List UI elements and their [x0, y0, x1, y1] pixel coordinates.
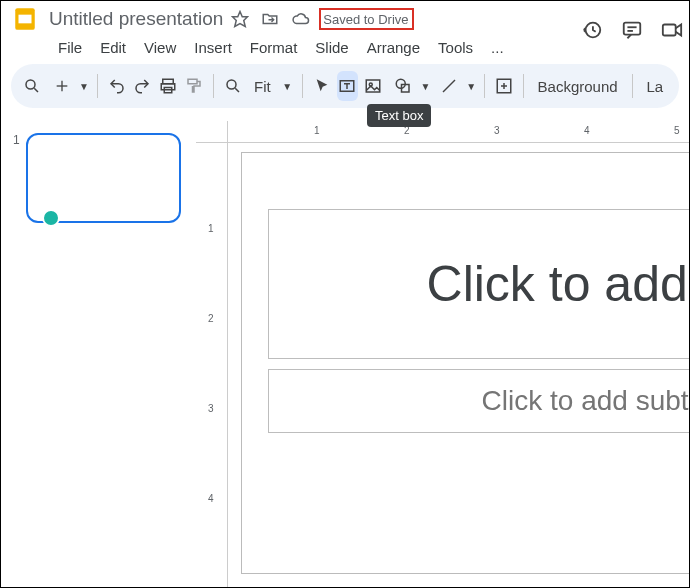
- menu-edit[interactable]: Edit: [93, 37, 133, 58]
- slide-canvas[interactable]: Click to add title Click to add subtitle: [228, 143, 689, 587]
- zoom-dropdown-icon[interactable]: ▼: [281, 71, 294, 101]
- toolbar-separator: [213, 74, 214, 98]
- shape-tool-button[interactable]: ▼: [388, 71, 430, 101]
- subtitle-placeholder[interactable]: Click to add subtitle: [268, 369, 689, 433]
- svg-marker-2: [233, 12, 248, 27]
- svg-rect-1: [19, 15, 32, 24]
- svg-rect-21: [367, 80, 381, 92]
- slide-thumbnail[interactable]: [26, 133, 181, 223]
- svg-rect-15: [188, 79, 197, 84]
- slide[interactable]: Click to add title Click to add subtitle: [242, 153, 689, 573]
- textbox-tooltip: Text box: [367, 104, 431, 127]
- svg-rect-4: [624, 23, 641, 35]
- document-title[interactable]: Untitled presentation: [49, 8, 223, 30]
- menu-slide[interactable]: Slide: [308, 37, 355, 58]
- menu-insert[interactable]: Insert: [187, 37, 239, 58]
- title-placeholder-text: Click to add title: [427, 255, 689, 313]
- svg-rect-7: [663, 25, 676, 36]
- svg-line-25: [443, 80, 455, 92]
- header-right-tools: [581, 19, 683, 41]
- new-slide-button[interactable]: ▼: [47, 71, 89, 101]
- slide-number: 1: [13, 133, 20, 223]
- redo-button[interactable]: [132, 71, 154, 101]
- print-button[interactable]: [157, 71, 179, 101]
- paint-format-button[interactable]: [183, 71, 205, 101]
- svg-line-9: [34, 88, 38, 92]
- slide-panel[interactable]: 1: [1, 121, 196, 587]
- menu-format[interactable]: Format: [243, 37, 305, 58]
- svg-line-17: [235, 88, 239, 92]
- zoom-level[interactable]: Fit: [248, 78, 277, 95]
- menu-more[interactable]: ...: [484, 37, 511, 58]
- toolbar-separator: [632, 74, 633, 98]
- search-menus-icon[interactable]: [21, 71, 43, 101]
- meet-icon[interactable]: [661, 19, 683, 41]
- title-placeholder[interactable]: Click to add title: [268, 209, 689, 359]
- insert-image-button[interactable]: [362, 71, 384, 101]
- version-history-icon[interactable]: [581, 19, 603, 41]
- slide-thumb-1[interactable]: 1: [13, 133, 190, 223]
- toolbar-separator: [484, 74, 485, 98]
- svg-point-8: [26, 80, 35, 89]
- cloud-status-icon[interactable]: [291, 10, 313, 28]
- toolbar: ▼ Fit ▼ ▼ ▼ Background La: [11, 64, 679, 108]
- menu-file[interactable]: File: [51, 37, 89, 58]
- menu-arrange[interactable]: Arrange: [360, 37, 427, 58]
- presence-indicator: [42, 209, 60, 227]
- textbox-tool-button[interactable]: [337, 71, 359, 101]
- slides-app-icon[interactable]: [9, 3, 41, 35]
- toolbar-separator: [97, 74, 98, 98]
- toolbar-separator: [523, 74, 524, 98]
- line-tool-button[interactable]: ▼: [434, 71, 476, 101]
- toolbar-separator: [302, 74, 303, 98]
- annotation-highlight: [319, 8, 414, 30]
- background-button[interactable]: Background: [532, 78, 624, 95]
- comment-icon[interactable]: [621, 19, 643, 41]
- undo-button[interactable]: [106, 71, 128, 101]
- star-icon[interactable]: [231, 10, 253, 28]
- select-tool-button[interactable]: [311, 71, 333, 101]
- layout-button[interactable]: La: [640, 78, 669, 95]
- insert-comment-button[interactable]: [493, 71, 515, 101]
- zoom-tool-icon[interactable]: [222, 71, 244, 101]
- move-folder-icon[interactable]: [261, 10, 283, 28]
- subtitle-placeholder-text: Click to add subtitle: [482, 385, 689, 417]
- menu-view[interactable]: View: [137, 37, 183, 58]
- menu-tools[interactable]: Tools: [431, 37, 480, 58]
- svg-point-16: [227, 80, 236, 89]
